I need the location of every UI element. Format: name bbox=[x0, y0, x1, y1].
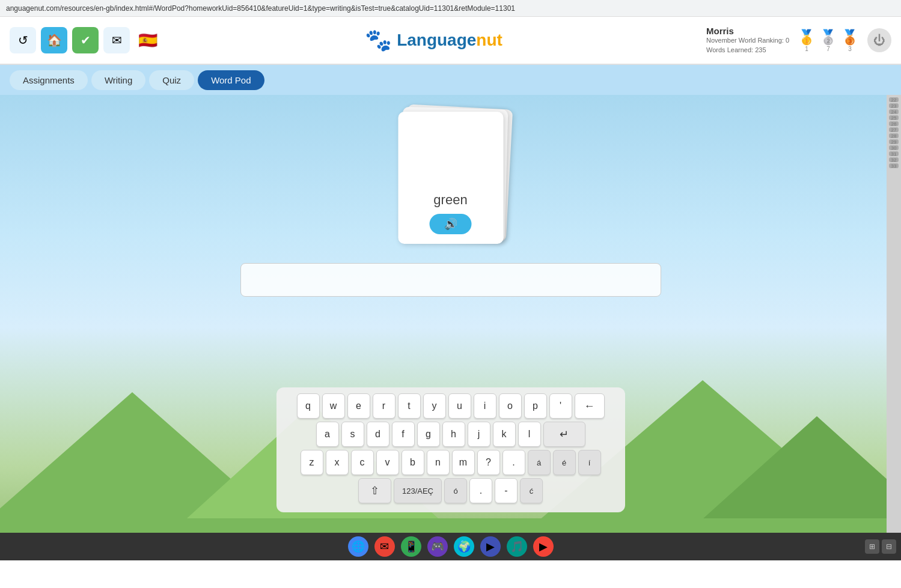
key-enter[interactable]: ↵ bbox=[543, 422, 585, 447]
mountain-far-right bbox=[697, 416, 901, 524]
key-t[interactable]: t bbox=[398, 393, 421, 419]
taskbar-app3[interactable]: 🌍 bbox=[454, 536, 474, 557]
answer-area bbox=[240, 263, 661, 297]
taskbar-app2[interactable]: 🎮 bbox=[427, 536, 448, 557]
trophy-1: 🥇 1 bbox=[798, 29, 816, 52]
tab-quiz[interactable]: Quiz bbox=[149, 70, 194, 90]
tab-assignments[interactable]: Assignments bbox=[10, 70, 88, 90]
key-shift[interactable]: ⇧ bbox=[358, 478, 391, 503]
key-s[interactable]: s bbox=[341, 422, 364, 447]
mountain-left bbox=[0, 392, 283, 524]
key-o[interactable]: o bbox=[499, 393, 522, 419]
scroll-pip-12: 33 bbox=[889, 163, 899, 168]
key-period[interactable]: . bbox=[502, 450, 525, 475]
key-d[interactable]: d bbox=[367, 422, 389, 447]
scroll-pip-5: 26 bbox=[889, 121, 899, 126]
taskbar-app5[interactable]: 🎵 bbox=[507, 536, 527, 557]
trophy-icon-3: 🥉 bbox=[841, 29, 859, 46]
key-question[interactable]: ? bbox=[477, 450, 500, 475]
user-ranking: November World Ranking: 0 bbox=[706, 36, 789, 45]
key-v[interactable]: v bbox=[376, 450, 399, 475]
flashcard-area: green 🔊 bbox=[395, 107, 506, 245]
key-m[interactable]: m bbox=[452, 450, 475, 475]
taskbar-gmail[interactable]: ✉ bbox=[374, 536, 395, 557]
scroll-pip-8: 29 bbox=[889, 139, 899, 144]
mail-button[interactable]: ✉ bbox=[103, 27, 130, 53]
key-e-acute[interactable]: é bbox=[553, 450, 576, 475]
key-q[interactable]: q bbox=[297, 393, 320, 419]
key-123-aec[interactable]: 123/AEÇ bbox=[394, 478, 442, 503]
home-icon: 🏠 bbox=[47, 33, 62, 47]
key-z[interactable]: z bbox=[301, 450, 323, 475]
key-dash[interactable]: - bbox=[495, 478, 518, 503]
power-icon: ⏻ bbox=[873, 34, 885, 47]
key-j[interactable]: j bbox=[468, 422, 490, 447]
key-g[interactable]: g bbox=[417, 422, 440, 447]
key-backspace[interactable]: ← bbox=[575, 393, 605, 419]
key-a-acute[interactable]: á bbox=[528, 450, 551, 475]
card-stack: green 🔊 bbox=[395, 107, 506, 245]
main-content: 22 23 24 25 26 27 28 29 30 31 32 33 gree… bbox=[0, 95, 901, 560]
key-y[interactable]: y bbox=[423, 393, 446, 419]
tab-bar: Assignments Writing Quiz Word Pod bbox=[0, 65, 901, 95]
taskbar-chrome[interactable]: 🌐 bbox=[348, 536, 368, 557]
power-button[interactable]: ⏻ bbox=[867, 28, 891, 52]
back-button[interactable]: ↺ bbox=[10, 27, 36, 53]
key-period-2[interactable]: . bbox=[469, 478, 492, 503]
nav-buttons: ↺ 🏠 ✔ ✉ 🇪🇸 bbox=[10, 27, 161, 53]
taskbar-corner-btn-2[interactable]: ⊟ bbox=[882, 539, 896, 554]
key-n[interactable]: n bbox=[427, 450, 450, 475]
key-h[interactable]: h bbox=[442, 422, 465, 447]
url-text: anguagenut.com/resources/en-gb/index.htm… bbox=[6, 4, 515, 13]
scroll-pip-4: 25 bbox=[889, 115, 899, 120]
key-k[interactable]: k bbox=[493, 422, 516, 447]
scroll-pip-11: 32 bbox=[889, 157, 899, 162]
key-u[interactable]: u bbox=[448, 393, 471, 419]
key-i[interactable]: i bbox=[474, 393, 496, 419]
logo-area: 🐾 Languagenut bbox=[167, 28, 700, 53]
top-bar: ↺ 🏠 ✔ ✉ 🇪🇸 🐾 Languagenut Morris November… bbox=[0, 17, 901, 65]
scroll-pip-10: 31 bbox=[889, 151, 899, 156]
trophy-2: 🥈 7 bbox=[819, 29, 837, 52]
card-audio-button[interactable]: 🔊 bbox=[430, 214, 472, 234]
taskbar: 🌐 ✉ 📱 🎮 🌍 ▶ 🎵 ▶ ⊞ ⊟ bbox=[0, 533, 901, 560]
taskbar-corner-btn-1[interactable]: ⊞ bbox=[865, 539, 879, 554]
answer-input[interactable] bbox=[240, 263, 661, 297]
trophy-icons: 🥇 1 🥈 7 🥉 3 bbox=[798, 29, 859, 52]
user-words: Words Learned: 235 bbox=[706, 46, 789, 55]
key-w[interactable]: w bbox=[322, 393, 345, 419]
key-f[interactable]: f bbox=[392, 422, 415, 447]
scroll-pip-6: 27 bbox=[889, 127, 899, 132]
key-b[interactable]: b bbox=[402, 450, 424, 475]
check-icon: ✔ bbox=[81, 33, 91, 47]
key-c[interactable]: c bbox=[351, 450, 374, 475]
audio-icon: 🔊 bbox=[444, 217, 457, 231]
right-scrollbar[interactable]: 22 23 24 25 26 27 28 29 30 31 32 33 bbox=[887, 95, 901, 560]
taskbar-app4[interactable]: ▶ bbox=[480, 536, 501, 557]
key-e[interactable]: e bbox=[347, 393, 370, 419]
taskbar-youtube[interactable]: ▶ bbox=[533, 536, 554, 557]
key-l[interactable]: l bbox=[518, 422, 541, 447]
mail-icon: ✉ bbox=[112, 33, 122, 47]
key-a[interactable]: a bbox=[316, 422, 339, 447]
key-x[interactable]: x bbox=[326, 450, 349, 475]
key-i-acute[interactable]: í bbox=[578, 450, 601, 475]
language-flag-button[interactable]: 🇪🇸 bbox=[135, 27, 161, 53]
keyboard-area: q w e r t y u i o p ' ← a s d f g h j k … bbox=[276, 387, 625, 512]
tab-writing[interactable]: Writing bbox=[91, 70, 145, 90]
trophy-3: 🥉 3 bbox=[841, 29, 859, 52]
address-bar[interactable]: anguagenut.com/resources/en-gb/index.htm… bbox=[0, 0, 901, 17]
key-r[interactable]: r bbox=[373, 393, 396, 419]
key-p[interactable]: p bbox=[524, 393, 547, 419]
key-o-acute[interactable]: ó bbox=[444, 478, 467, 503]
scroll-pip-3: 24 bbox=[889, 109, 899, 114]
key-c-cedilla[interactable]: ć bbox=[520, 478, 543, 503]
kb-row-2: a s d f g h j k l ↵ bbox=[285, 422, 617, 447]
check-button[interactable]: ✔ bbox=[72, 27, 99, 53]
key-apostrophe[interactable]: ' bbox=[549, 393, 572, 419]
taskbar-app1[interactable]: 📱 bbox=[401, 536, 421, 557]
trophy-count-3: 3 bbox=[848, 46, 852, 52]
card-front[interactable]: green 🔊 bbox=[398, 112, 503, 244]
home-button[interactable]: 🏠 bbox=[41, 27, 67, 53]
tab-word-pod[interactable]: Word Pod bbox=[198, 70, 264, 90]
